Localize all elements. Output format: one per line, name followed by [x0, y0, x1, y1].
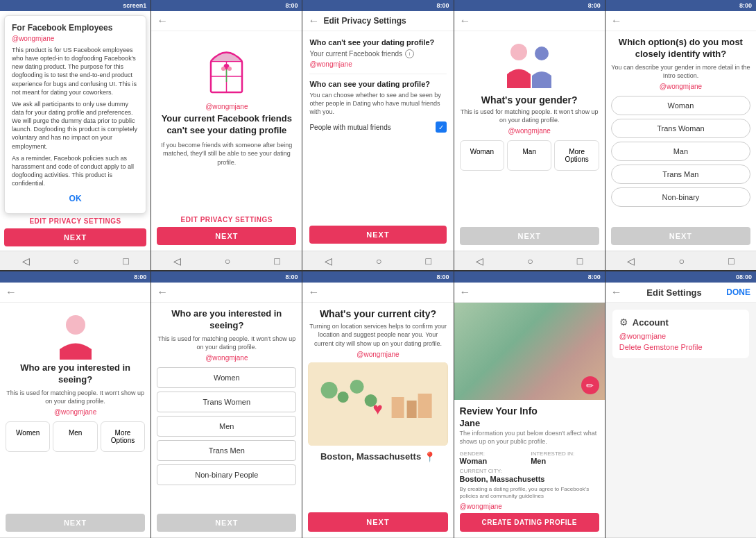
back-nav-1[interactable]: ◁ — [22, 255, 30, 267]
identify-subtext: You can describe your gender in more det… — [611, 63, 750, 80]
screen-5: 8:00 ← Which option(s) do you most close… — [605, 0, 756, 270]
home-nav-3[interactable]: ○ — [376, 255, 381, 267]
screen-8: 8:00 ← What's your current city? Turning… — [302, 271, 454, 538]
gender-option-more[interactable]: More Options — [554, 140, 599, 171]
map-illustration: ♥ — [308, 362, 447, 446]
home-nav-2[interactable]: ○ — [225, 255, 230, 267]
back-arrow-4[interactable]: ← — [460, 15, 471, 27]
next-btn-3[interactable]: NEXT — [309, 226, 446, 244]
svg-text:♥: ♥ — [373, 399, 383, 418]
next-btn-4[interactable]: NEXT — [460, 227, 599, 245]
privacy-title: Edit Privacy Settings — [323, 16, 406, 26]
back-nav-5[interactable]: ◁ — [627, 255, 635, 267]
review-subtext: The information you put below doesn't af… — [460, 430, 599, 446]
privacy-link-1[interactable]: EDIT PRIVACY SETTINGS — [4, 214, 146, 228]
dialog-ok[interactable]: OK — [12, 191, 139, 206]
int-option-nonbinary[interactable]: Non-binary People — [157, 464, 296, 485]
privacy-link-2[interactable]: EDIT PRIVACY SETTINGS — [157, 212, 296, 227]
edit-photo-btn[interactable]: ✏ — [581, 376, 599, 394]
back-arrow-6[interactable]: ← — [6, 286, 17, 299]
identify-username: @wongmjane — [660, 83, 702, 90]
account-section: ⚙ Account @wongmjane Delete Gemstone Pro… — [612, 310, 749, 358]
next-btn-5[interactable]: NEXT — [611, 227, 750, 245]
int-option-women[interactable]: Women — [157, 367, 296, 388]
status-bar-9: 8:00 — [454, 271, 605, 283]
square-nav-2[interactable]: □ — [274, 255, 280, 267]
city-username: @wongmjane — [356, 351, 399, 358]
svg-point-11 — [321, 382, 338, 398]
mutual-checkbox[interactable]: ✓ — [436, 121, 447, 133]
screen3-content: Who can't see your dating profile? Your … — [302, 31, 453, 251]
screen2-subtext: If you become friends with someone after… — [157, 141, 296, 167]
identify-option-transwoman[interactable]: Trans Woman — [611, 119, 750, 138]
dialog-text: This product is for US Facebook employee… — [12, 46, 139, 96]
screen-9: 8:00 ← ✏ Review Your Info Jane The infor… — [454, 271, 605, 538]
square-nav-4[interactable]: □ — [577, 255, 583, 267]
next-btn-1[interactable]: NEXT — [4, 228, 146, 246]
review-name: Jane — [460, 418, 599, 428]
back-arrow-2[interactable]: ← — [157, 15, 168, 27]
screen9-content: Review Your Info Jane The information yo… — [454, 400, 605, 537]
int-option-transmen[interactable]: Trans Men — [157, 440, 296, 461]
status-bar-10: 08:00 — [605, 271, 756, 283]
city-name-row: Boston, Massachusetts 📍 — [320, 451, 436, 462]
dialog-title: For Facebook Employees — [12, 23, 139, 33]
next-btn-7[interactable]: NEXT — [157, 514, 296, 532]
bottom-nav-1: ◁ ○ □ — [0, 251, 151, 270]
square-nav-5[interactable]: □ — [728, 255, 734, 267]
account-label: Account — [633, 317, 669, 328]
screen5-content: Which option(s) do you most closely iden… — [605, 31, 756, 251]
who-can-see-subtext: You can choose whether to see and be see… — [309, 91, 446, 116]
bottom-nav-4: ◁ ○ □ — [454, 251, 605, 270]
back-arrow-9[interactable]: ← — [460, 286, 471, 299]
square-nav-1[interactable]: □ — [123, 255, 128, 267]
status-bar-3: 8:00 — [302, 0, 453, 11]
status-bar-5: 8:00 — [605, 0, 756, 11]
interested-heading: Who are you interested in seeing? — [6, 362, 145, 386]
next-btn-2[interactable]: NEXT — [157, 227, 296, 245]
home-nav-4[interactable]: ○ — [527, 255, 533, 267]
identify-option-man[interactable]: Man — [611, 142, 750, 161]
screen-7: 8:00 ← Who are you interested in seeing?… — [151, 271, 302, 538]
square-nav-3[interactable]: □ — [426, 255, 431, 267]
interested-illustration — [51, 311, 100, 360]
screen8-content: What's your current city? Turning on loc… — [302, 303, 453, 537]
next-btn-8[interactable]: NEXT — [308, 512, 447, 532]
create-profile-btn[interactable]: CREATE DATING PROFILE — [460, 513, 599, 532]
home-nav-1[interactable]: ○ — [74, 255, 79, 267]
interested-option-men[interactable]: Men — [53, 421, 97, 452]
location-icon: 📍 — [424, 451, 436, 462]
back-nav-3[interactable]: ◁ — [325, 255, 332, 267]
city-value-review: Boston, Massachusetts — [460, 475, 599, 483]
bottom-nav-3: ◁ ○ □ — [302, 251, 453, 270]
svg-point-9 — [66, 315, 85, 335]
gender-option-woman[interactable]: Woman — [460, 140, 504, 171]
mutual-friends-label: People with mutual friends — [309, 124, 390, 131]
back-nav-2[interactable]: ◁ — [173, 255, 181, 267]
account-username[interactable]: @wongmjane — [619, 332, 742, 340]
back-arrow-8[interactable]: ← — [308, 286, 319, 299]
back-arrow-5[interactable]: ← — [611, 15, 622, 27]
dialog-text3: As a reminder, Facebook policies such as… — [12, 154, 139, 188]
svg-point-6 — [227, 67, 232, 71]
identify-option-woman[interactable]: Woman — [611, 96, 750, 115]
delete-profile-link[interactable]: Delete Gemstone Profile — [619, 343, 742, 351]
identify-heading: Which option(s) do you most closely iden… — [611, 37, 750, 60]
nav-bar-5: ← — [605, 11, 756, 31]
back-arrow-7[interactable]: ← — [157, 286, 168, 299]
int-option-transwomen[interactable]: Trans Women — [157, 392, 296, 412]
identify-option-transman[interactable]: Trans Man — [611, 165, 750, 184]
identify-option-nonbinary[interactable]: Non-binary — [611, 187, 750, 207]
interested-option-more[interactable]: More Options — [101, 421, 145, 452]
int-option-men[interactable]: Men — [157, 416, 296, 437]
home-nav-5[interactable]: ○ — [678, 255, 684, 267]
review-heading: Review Your Info — [460, 405, 599, 417]
next-btn-6[interactable]: NEXT — [6, 514, 145, 532]
gender-option-man[interactable]: Man — [507, 140, 551, 171]
done-btn[interactable]: DONE — [726, 287, 750, 297]
back-arrow-10[interactable]: ← — [611, 286, 622, 299]
info-icon[interactable]: i — [405, 49, 414, 58]
back-arrow-3[interactable]: ← — [308, 15, 319, 27]
back-nav-4[interactable]: ◁ — [476, 255, 483, 267]
interested-option-women[interactable]: Women — [6, 421, 50, 452]
